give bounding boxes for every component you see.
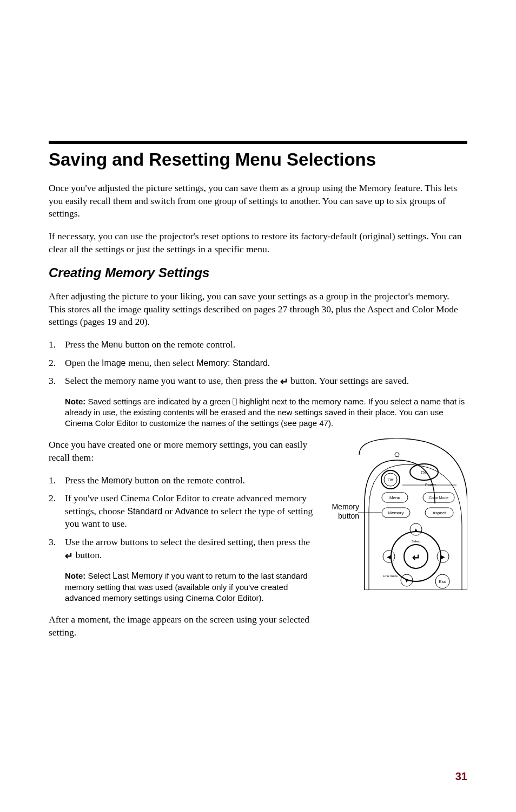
- page-title: Saving and Resetting Menu Selections: [49, 149, 467, 170]
- on-button: On: [421, 470, 427, 475]
- memory-button-label: Memory: [101, 476, 133, 485]
- note-1: Note: Saved settings are indicated by a …: [65, 396, 467, 429]
- title-rule: [49, 141, 467, 144]
- image-menu-label: Image: [102, 358, 125, 368]
- memory-btn: Memory: [388, 510, 404, 515]
- colormode-btn: Color Mode: [429, 496, 448, 500]
- standard-label: Standard: [127, 507, 162, 516]
- enter-btn-icon: ↵: [412, 552, 420, 563]
- intro-paragraph-1: Once you've adjusted the picture setting…: [49, 182, 467, 220]
- off-button: Off: [388, 477, 394, 482]
- enter-icon: ↵: [280, 375, 288, 388]
- memory-standard-label: Memory: Standard: [196, 358, 268, 368]
- up-arrow-icon: ▲: [413, 527, 419, 533]
- down-arrow-icon: ▼: [404, 578, 409, 584]
- note-label: Note:: [65, 571, 85, 580]
- menu-btn: Menu: [389, 495, 400, 500]
- between-paragraph: Once you have created one or more memory…: [49, 438, 314, 464]
- svg-point-0: [395, 453, 399, 457]
- procedure-list-a: 1. Press the Menu button on the remote c…: [49, 338, 467, 389]
- step-a1: 1. Press the Menu button on the remote c…: [49, 338, 467, 351]
- page-number: 31: [455, 770, 467, 783]
- procedure-list-b: 1. Press the Memory button on the remote…: [49, 474, 314, 562]
- select-label: Select: [412, 540, 421, 543]
- note-label: Note:: [65, 397, 85, 406]
- section-heading: Creating Memory Settings: [49, 265, 467, 280]
- advance-label: Advance: [175, 507, 208, 516]
- last-memory-label: Last Memory: [113, 571, 162, 580]
- step-a2: 2. Open the Image menu, then select Memo…: [49, 357, 467, 370]
- step-b2: 2. If you've used Cinema Color Editor to…: [49, 492, 314, 531]
- aspect-btn: Aspect: [433, 510, 446, 515]
- closing-paragraph: After a moment, the image appears on the…: [49, 613, 314, 639]
- left-arrow-icon: ◀: [387, 554, 391, 560]
- right-arrow-icon: ▶: [441, 554, 445, 560]
- step-b1: 1. Press the Memory button on the remote…: [49, 474, 314, 487]
- section-intro: After adjusting the picture to your liki…: [49, 290, 467, 329]
- intro-paragraph-2: If necessary, you can use the projector'…: [49, 230, 467, 256]
- step-b3: 3. Use the arrow buttons to select the d…: [49, 536, 314, 562]
- callout-label: Memory button: [322, 502, 359, 521]
- highlight-pill-icon: [233, 398, 237, 405]
- step-a3: 3. Select the memory name you want to us…: [49, 375, 467, 388]
- esc-btn: Esc: [439, 579, 446, 584]
- enter-icon: ↵: [65, 549, 73, 562]
- menu-button-label: Menu: [101, 340, 123, 349]
- note-2: Note: Select Last Memory if you want to …: [65, 570, 314, 604]
- linemenu-label: Line menu: [383, 574, 398, 578]
- power-label: Power: [425, 483, 436, 487]
